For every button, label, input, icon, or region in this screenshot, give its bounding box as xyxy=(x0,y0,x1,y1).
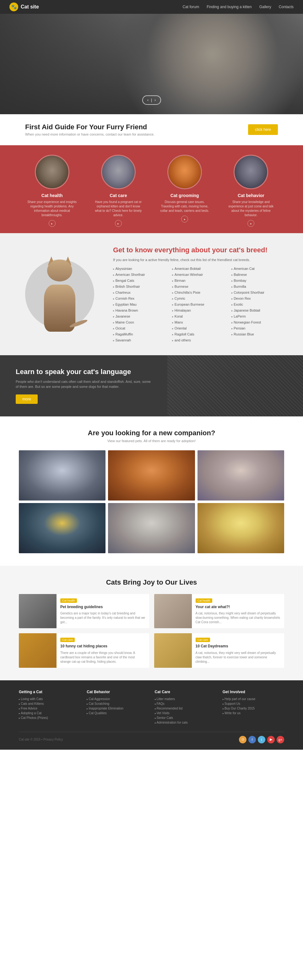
breed-item[interactable]: Chartreux xyxy=(113,290,166,295)
breed-item[interactable]: Devon Rex xyxy=(231,296,284,301)
breed-item[interactable]: Egyptian Mau xyxy=(113,302,166,307)
category-grooming-title: Cat grooming xyxy=(171,193,199,198)
breed-item[interactable]: American Bobtail xyxy=(172,266,225,271)
footer-link[interactable]: Inappropriate Elimination xyxy=(87,707,148,710)
category-behavior-title: Cat behavior xyxy=(238,193,265,198)
social-facebook[interactable]: f xyxy=(248,736,256,743)
separator: | xyxy=(151,98,152,102)
breed-item[interactable]: Maine Coon xyxy=(113,320,166,325)
breed-item[interactable]: Exotic xyxy=(231,302,284,307)
breed-item[interactable]: American Wirehair xyxy=(172,272,225,277)
footer-link[interactable]: Recommended list xyxy=(155,707,216,710)
breed-item[interactable]: Ocicat xyxy=(113,326,166,331)
breed-item[interactable]: Ragdoll Cats xyxy=(172,332,225,337)
footer-link[interactable]: Cat Qualities xyxy=(87,711,148,715)
prev-arrow-icon[interactable]: ‹ xyxy=(147,98,148,102)
category-care-arrow[interactable]: ▸ xyxy=(115,220,122,227)
footer-link[interactable]: Write for us xyxy=(223,711,284,715)
pet-item-3[interactable] xyxy=(198,450,284,501)
breed-item[interactable]: Oriental xyxy=(172,326,225,331)
blog-image-2 xyxy=(154,594,192,628)
logo-icon: 🐾 xyxy=(10,3,18,11)
breed-item[interactable]: British Shorthair xyxy=(113,284,166,289)
category-health-arrow[interactable]: ▸ xyxy=(49,220,56,227)
breed-item[interactable]: Manx xyxy=(172,320,225,325)
breed-item[interactable]: RagaMuffin xyxy=(113,332,166,337)
breed-item[interactable]: Japanese Bobtail xyxy=(231,308,284,313)
category-health-desc: Share your experience and insights regar… xyxy=(27,200,77,218)
blog-card[interactable]: Cat care 10 Cat Daydreams A cat, notorio… xyxy=(154,633,284,668)
pet-item-6[interactable] xyxy=(198,503,284,553)
category-health-title: Cat health xyxy=(41,193,63,198)
footer-link[interactable]: Cat Aggression xyxy=(87,697,148,701)
speak-section: Learn to speak your cat's language Peopl… xyxy=(0,355,303,417)
hero-slider-arrows[interactable]: ‹ | › xyxy=(142,95,161,105)
breed-item[interactable]: Havana Brown xyxy=(113,308,166,313)
footer-bottom: Cat site © 2015 • Privacy Policy ⊙ f t ▶… xyxy=(19,732,284,743)
breed-cat-container xyxy=(19,250,100,338)
pet-item-1[interactable] xyxy=(19,450,105,501)
footer-link[interactable]: Buy Our Charity 2015 xyxy=(223,707,284,710)
blog-image-1 xyxy=(19,594,56,628)
breed-item[interactable]: European Burmese xyxy=(172,302,225,307)
speak-more-button[interactable]: more xyxy=(16,395,38,404)
nav-contacts[interactable]: Contacts xyxy=(279,5,293,9)
footer-link[interactable]: Vet Visits xyxy=(155,711,216,715)
cat-grooming-circle xyxy=(168,156,201,188)
breed-item[interactable]: Balinese xyxy=(231,272,284,277)
nav-gallery[interactable]: Gallery xyxy=(259,5,271,9)
logo[interactable]: 🐾 Cat site xyxy=(10,3,39,11)
pet-item-2[interactable] xyxy=(108,450,195,501)
breed-item[interactable]: Persian xyxy=(231,326,284,331)
breed-item[interactable]: Birman xyxy=(172,278,225,283)
footer-link[interactable]: Help part of our cause xyxy=(223,697,284,701)
category-behavior-arrow[interactable]: ▸ xyxy=(247,220,254,227)
breed-item[interactable]: Burmilla xyxy=(231,284,284,289)
breed-item[interactable]: Norwegian Forest xyxy=(231,320,284,325)
blog-card[interactable]: Cat health Pet breeding guidelines Genet… xyxy=(19,594,149,628)
breed-item[interactable]: Savannah xyxy=(113,338,166,343)
footer-link[interactable]: Litter matters xyxy=(155,697,216,701)
social-youtube[interactable]: ▶ xyxy=(267,736,275,743)
next-arrow-icon[interactable]: › xyxy=(155,98,156,102)
footer-link[interactable]: Adopting a Cat xyxy=(19,711,80,715)
footer-link[interactable]: Support Us xyxy=(223,702,284,705)
breed-item[interactable]: American Shorthair xyxy=(113,272,166,277)
breed-item[interactable]: Korat xyxy=(172,314,225,319)
blog-card[interactable]: Cat care 10 funny cat hiding places Ther… xyxy=(19,633,149,668)
blog-card[interactable]: Cat health Your cat ate what?! A cat, no… xyxy=(154,594,284,628)
pet-item-4[interactable] xyxy=(19,503,105,553)
footer-link[interactable]: FAQs xyxy=(155,702,216,705)
pet-item-5[interactable] xyxy=(108,503,195,553)
breed-item[interactable]: Cornish Rex xyxy=(113,296,166,301)
footer-link[interactable]: Cat Scratching xyxy=(87,702,148,705)
nav-finding-kitten[interactable]: Finding and buying a kitten xyxy=(207,5,252,9)
breed-item[interactable]: American Cat xyxy=(231,266,284,271)
social-rss[interactable]: ⊙ xyxy=(239,736,247,743)
breed-item[interactable]: Bombay xyxy=(231,278,284,283)
first-aid-cta-button[interactable]: click here xyxy=(248,124,278,135)
breed-item[interactable]: Russian Blue xyxy=(231,332,284,337)
category-grooming-arrow[interactable]: ▸ xyxy=(181,216,188,223)
footer-link[interactable]: Cats and Kittens xyxy=(19,702,80,705)
nav-cat-forum[interactable]: Cat forum xyxy=(183,5,199,9)
footer-link[interactable]: Living with Cats xyxy=(19,697,80,701)
social-twitter[interactable]: t xyxy=(258,736,265,743)
pet-photo-2 xyxy=(108,450,195,501)
breed-item[interactable]: LaPerm xyxy=(231,314,284,319)
breed-item[interactable]: Himalayan xyxy=(172,308,225,313)
breed-item[interactable]: Chinchilla's Pixie xyxy=(172,290,225,295)
breed-item[interactable]: Abyssinian xyxy=(113,266,166,271)
footer-link[interactable]: Free Advice xyxy=(19,707,80,710)
footer-link[interactable]: Administration for cats xyxy=(155,721,216,724)
footer-link[interactable]: Senior Cats xyxy=(155,716,216,719)
breed-item[interactable]: Colorpoint Shorthair xyxy=(231,290,284,295)
breed-intro: If you are looking for a active friendly… xyxy=(113,258,284,262)
breed-item[interactable]: Javanese xyxy=(113,314,166,319)
breed-item[interactable]: Bengal Cats xyxy=(113,278,166,283)
social-googleplus[interactable]: g+ xyxy=(277,736,284,743)
footer-link[interactable]: Cat Photos (Prizes) xyxy=(19,716,80,719)
breed-item[interactable]: Cymric xyxy=(172,296,225,301)
breed-item[interactable]: Burmese xyxy=(172,284,225,289)
breed-item[interactable]: and others xyxy=(172,338,225,343)
